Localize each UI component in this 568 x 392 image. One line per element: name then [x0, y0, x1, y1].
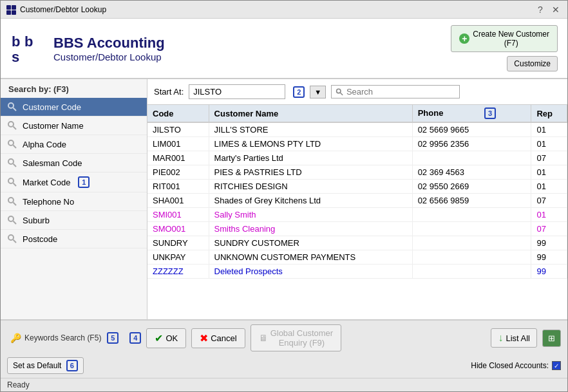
plus-icon: + [459, 33, 469, 44]
sidebar-label-telephone-no: Telephone No [23, 197, 74, 207]
cell-phone [412, 151, 531, 165]
table-row[interactable]: MAR001Marty's Parties Ltd07 [147, 151, 567, 165]
app-subtitle: Customer/Debtor Lookup [53, 51, 165, 62]
svg-point-21 [8, 235, 14, 240]
hide-closed-label: Hide Closed Accounts: [471, 361, 549, 370]
svg-point-7 [8, 103, 14, 108]
svg-line-14 [14, 164, 17, 167]
app-icon [6, 5, 16, 15]
cancel-button[interactable]: ✖ Cancel [191, 328, 245, 348]
cell-rep: 07 [531, 222, 567, 236]
list-all-button[interactable]: ↓ List All [491, 328, 537, 348]
sidebar-label-salesman-code: Salesman Code [23, 158, 82, 168]
svg-text:b: b [12, 33, 20, 50]
sidebar-label-suburb: Suburb [23, 216, 50, 225]
set-default-button[interactable]: Set as Default 6 [7, 357, 84, 374]
cell-code: SMI001 [147, 208, 209, 222]
global-enquiry-label: Global Customer Enquiry (F9) [270, 328, 334, 348]
cell-phone: 02 5669 9665 [412, 122, 531, 137]
table-row[interactable]: SMI001Sally Smith01 [147, 208, 567, 222]
cell-phone [412, 236, 531, 250]
svg-point-9 [8, 122, 14, 127]
sidebar-item-customer-name[interactable]: Customer Name [1, 117, 147, 135]
search-by-label: Search by: (F3) [1, 79, 147, 98]
create-customer-button[interactable]: + Create New Customer (F7) [451, 25, 558, 52]
create-customer-label: Create New Customer (F7) [473, 30, 549, 48]
search-icon-postcode [7, 234, 17, 244]
sidebar-label-market-code: Market Code [23, 178, 70, 187]
enquiry-icon: 🖥 [259, 333, 268, 343]
title-bar-text: Customer/Debtor Lookup [20, 5, 106, 14]
global-enquiry-button[interactable]: 🖥 Global Customer Enquiry (F9) [251, 324, 342, 351]
down-arrow-icon: ↓ [498, 332, 503, 344]
table-row[interactable]: SHA001Shades of Grey Kitchens Ltd02 6566… [147, 194, 567, 208]
svg-rect-1 [12, 5, 16, 10]
search-icon-customer-name [7, 120, 17, 131]
sidebar-label-alpha-code: Alpha Code [23, 140, 66, 149]
cell-code: SHA001 [147, 194, 209, 208]
hide-closed-checkbox[interactable]: ✓ [552, 361, 561, 370]
svg-rect-3 [12, 10, 16, 15]
start-at-label: Start At: [154, 87, 184, 97]
keywords-search-button[interactable]: 🔑 Keywords Search (F5) 5 [7, 330, 122, 346]
start-at-dropdown[interactable]: ▼ [310, 86, 326, 98]
svg-rect-0 [6, 5, 11, 10]
cell-rep: 99 [531, 236, 567, 250]
col-header-customer-name: Customer Name [209, 105, 412, 122]
badge-3: 3 [484, 107, 496, 119]
customize-button[interactable]: Customize [507, 56, 558, 71]
badge-2: 2 [293, 86, 305, 98]
cell-name: Shades of Grey Kitchens Ltd [209, 194, 412, 208]
sidebar-item-market-code[interactable]: Market Code 1 [1, 173, 147, 192]
hide-closed-area: Hide Closed Accounts: ✓ [471, 361, 561, 370]
sidebar-item-postcode[interactable]: Postcode [1, 230, 147, 248]
table-row[interactable]: SUNDRYSUNDRY CUSTOMER99 [147, 236, 567, 250]
cell-rep: 01 [531, 122, 567, 137]
cell-rep: 01 [531, 137, 567, 151]
cell-code: RIT001 [147, 180, 209, 194]
main-window: Customer/Debtor Lookup ? ✕ b b s BBS Acc… [0, 0, 568, 392]
cell-rep: 01 [531, 208, 567, 222]
cell-name: Smiths Cleaning [209, 222, 412, 236]
sidebar-item-telephone-no[interactable]: Telephone No [1, 192, 147, 211]
logo-area: b b s BBS Accounting Customer/Debtor Loo… [10, 32, 165, 64]
table-row[interactable]: UNKPAYUNKNOWN CUSTOMER PAYMENTS99 [147, 250, 567, 265]
table-row[interactable]: LIM001LIMES & LEMONS PTY LTD02 9956 2356… [147, 137, 567, 151]
sidebar-item-customer-code[interactable]: Customer Code [1, 98, 147, 117]
table-row[interactable]: ZZZZZZDeleted Prospects99 [147, 265, 567, 279]
svg-line-20 [14, 221, 17, 225]
help-button[interactable]: ? [534, 3, 547, 16]
cell-phone: 02 9550 2669 [412, 180, 531, 194]
svg-line-8 [14, 108, 17, 111]
cell-rep: 01 [531, 180, 567, 194]
search-bar: Start At: 2 ▼ [147, 79, 567, 105]
cell-phone: 02 6566 9859 [412, 194, 531, 208]
sidebar-item-suburb[interactable]: Suburb [1, 211, 147, 230]
cell-code: ZZZZZZ [147, 265, 209, 279]
sidebar-item-salesman-code[interactable]: Salesman Code [1, 154, 147, 173]
export-button[interactable]: ⊞ [542, 330, 561, 347]
close-button[interactable]: ✕ [549, 3, 562, 16]
table-row[interactable]: JILSTOJILL'S STORE02 5669 966501 [147, 122, 567, 137]
badge-6: 6 [66, 360, 78, 371]
keywords-label: Keywords Search (F5) [24, 333, 101, 342]
search-icon-suburb [7, 215, 17, 225]
sidebar-item-alpha-code[interactable]: Alpha Code [1, 135, 147, 154]
search-input[interactable] [346, 87, 455, 97]
cell-rep: 07 [531, 151, 567, 165]
cancel-x: ✖ [200, 332, 208, 344]
cell-name: Deleted Prospects [209, 265, 412, 279]
table-row[interactable]: SMO001Smiths Cleaning07 [147, 222, 567, 236]
start-at-input[interactable] [189, 84, 285, 99]
svg-text:b: b [24, 33, 33, 50]
cell-code: JILSTO [147, 122, 209, 137]
cancel-label: Cancel [211, 333, 236, 343]
cell-phone [412, 222, 531, 236]
table-row[interactable]: PIE002PIES & PASTRIES LTD02 369 456301 [147, 165, 567, 180]
app-title: BBS Accounting Customer/Debtor Lookup [53, 35, 165, 62]
svg-text:s: s [12, 49, 19, 64]
table-row[interactable]: RIT001RITCHIES DESIGN02 9550 266901 [147, 180, 567, 194]
cell-phone: 02 369 4563 [412, 165, 531, 180]
svg-line-12 [14, 145, 17, 149]
ok-button[interactable]: ✔ OK [146, 328, 186, 348]
